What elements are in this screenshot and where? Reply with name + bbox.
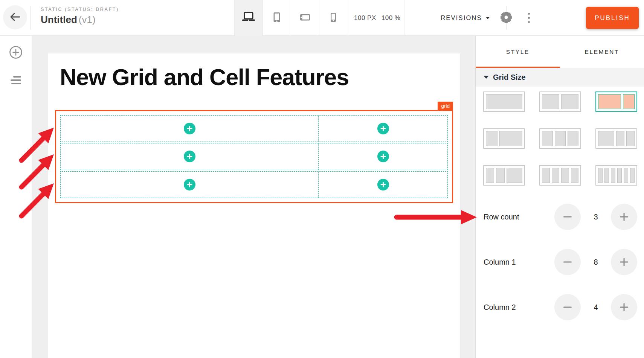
stepper-label: Column 2 [484,303,554,312]
revisions-dropdown[interactable]: REVISIONS [429,0,501,36]
grid-widget[interactable]: grid [55,110,453,203]
grid-layout-option[interactable] [539,91,581,112]
page-heading[interactable]: New Grid and Cell Features [60,64,349,90]
tab-element[interactable]: ELEMENT [560,36,644,68]
zoom-percent-value: 100 % [382,14,401,22]
stepper-value: 3 [581,213,611,221]
thumb-cell [611,168,615,183]
thumb-cell [555,131,566,146]
thumb-cell [568,131,578,146]
plus-icon [619,257,629,267]
add-element-button[interactable] [7,43,25,62]
grid-layout-option[interactable] [483,165,525,186]
grid-layout-option[interactable] [483,128,525,149]
plus-icon [186,153,193,160]
grid-layout-option-selected[interactable] [595,91,637,112]
grid-cell[interactable] [61,172,318,198]
thumb-cell [623,94,635,109]
collapse-triangle-icon [484,76,489,79]
thumb-cell [598,168,603,183]
thumb-cell [496,168,504,183]
add-widget-button[interactable] [377,179,389,190]
add-widget-button[interactable] [184,179,195,190]
grid-cell[interactable] [318,143,447,169]
kebab-menu-icon [528,13,530,23]
grid-layout-option[interactable] [595,128,637,149]
thumb-cell [542,131,553,146]
topbar: STATIC (STATUS: DRAFT) Untitled(v1) [0,0,644,36]
decrement-button[interactable] [554,294,581,320]
chevron-down-icon [486,17,490,19]
device-phone-button[interactable] [319,0,347,36]
add-widget-button[interactable] [184,151,195,162]
grid-cell[interactable] [61,143,318,169]
device-preview-switcher [234,0,347,36]
thumb-cell [617,168,622,183]
add-widget-button[interactable] [377,151,389,162]
thumb-cell [616,131,624,146]
grid-layout-option[interactable] [595,165,637,186]
workspace: New Grid and Cell Features grid STYLE EL… [0,36,644,358]
divider [404,0,404,36]
grid-size-section-header[interactable]: Grid Size [476,68,644,87]
stepper-row-column-1: Column 18 [476,249,644,275]
add-circle-icon [9,55,23,60]
increment-button[interactable] [611,294,637,320]
status-label: STATIC (STATUS: DRAFT) [41,7,119,12]
more-options-button[interactable] [519,0,539,36]
version-label: (v1) [79,14,96,25]
minus-icon [563,302,572,312]
thumb-cell [507,168,523,183]
settings-panel: STYLE ELEMENT Grid Size Row count3Column… [475,36,644,358]
stepper-row-column-2: Column 24 [476,294,644,320]
laptop-icon [241,11,256,24]
thumb-cell [486,131,497,146]
thumb-cell [542,94,559,109]
grid-cell[interactable] [318,116,447,142]
grid-cell[interactable] [61,116,318,142]
grid-layout-option[interactable] [483,91,525,112]
grid-layout-option[interactable] [539,128,581,149]
minus-icon [563,257,572,267]
stepper-value: 4 [581,303,611,312]
device-tablet-landscape-button[interactable] [291,0,319,36]
gear-icon [500,11,513,25]
device-tablet-portrait-button[interactable] [262,0,291,36]
publish-button[interactable]: PUBLISH [586,7,639,29]
tab-style[interactable]: STYLE [476,36,560,68]
grid-widget-tag: grid [438,102,453,111]
minus-icon [563,212,572,222]
decrement-button[interactable] [554,249,581,275]
add-widget-button[interactable] [184,123,195,134]
thumb-cell [598,131,614,146]
plus-icon [619,212,629,222]
grid-steppers: Row count3Column 18Column 24 [476,204,644,320]
thumb-cell [604,168,609,183]
phone-icon [326,12,341,24]
canvas: New Grid and Cell Features grid [32,36,475,358]
thumb-cell [598,94,621,109]
tablet-landscape-icon [298,12,313,24]
stepper-label: Column 1 [484,258,554,267]
thumb-cell [571,168,579,183]
thumb-cell [561,94,578,109]
plus-icon [186,181,193,188]
outline-button[interactable] [8,62,23,87]
decrement-button[interactable] [554,204,581,230]
divider [30,6,31,30]
zoom-px-value: 100 PX [354,14,376,22]
grid-cell[interactable] [318,172,447,198]
increment-button[interactable] [611,204,637,230]
thumb-cell [542,168,550,183]
back-button[interactable] [3,5,27,29]
page[interactable]: New Grid and Cell Features grid [48,53,460,358]
document-title: Untitled(v1) [41,14,119,26]
stepper-row-row-count: Row count3 [476,204,644,230]
add-widget-button[interactable] [377,123,389,134]
document-title-block: STATIC (STATUS: DRAFT) Untitled(v1) [41,7,119,26]
thumb-cell [486,94,522,109]
grid-layout-option[interactable] [539,165,581,186]
increment-button[interactable] [611,249,637,275]
settings-button[interactable] [496,0,516,36]
device-desktop-button[interactable] [234,0,262,36]
